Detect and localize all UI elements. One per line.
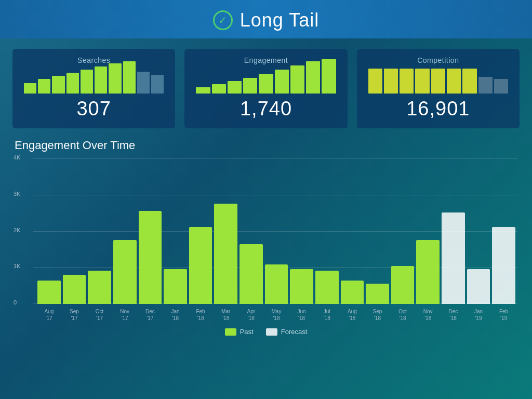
chart-bar-past <box>366 284 389 304</box>
page-title: Long Tail <box>240 9 319 31</box>
legend-forecast: Forecast <box>266 328 308 336</box>
x-axis-label: Nov'18 <box>416 308 440 322</box>
bar-group <box>88 158 111 304</box>
mini-bar <box>400 69 414 94</box>
mini-bar <box>322 59 336 94</box>
x-axis-label: Sep'17 <box>63 308 86 322</box>
card-competition-value: 16,901 <box>366 98 510 120</box>
bar-group <box>240 158 263 304</box>
x-axis-label: Aug'17 <box>37 308 61 322</box>
bar-group <box>139 158 162 304</box>
y-axis-label: 3K <box>14 191 20 197</box>
mini-bar <box>66 73 79 94</box>
x-axis-label: Feb'18 <box>189 308 212 322</box>
card-competition-title: Competition <box>366 56 510 64</box>
bars-container <box>37 158 515 304</box>
chart-bar-forecast <box>442 212 465 304</box>
bar-group <box>37 158 61 304</box>
x-axis-label: May'18 <box>265 308 288 322</box>
chart-bar-past <box>113 240 137 304</box>
y-axis-label: 1K <box>14 263 20 269</box>
bar-group <box>189 158 212 304</box>
mini-bar <box>368 69 382 94</box>
check-icon: ✓ <box>213 10 233 30</box>
card-competition: Competition16,901 <box>357 49 520 128</box>
mini-bar <box>431 69 445 94</box>
card-competition-minibars <box>366 69 510 94</box>
mini-bar <box>306 61 320 94</box>
chart-bar-past <box>189 227 212 304</box>
card-engagement-value: 1,740 <box>194 98 338 120</box>
x-axis-label: Jul'18 <box>315 308 339 322</box>
bar-group <box>214 158 237 304</box>
chart-bar-past <box>341 281 364 304</box>
bar-group <box>265 158 288 304</box>
mini-bar <box>447 69 461 94</box>
y-axis-label: 4K <box>14 154 20 161</box>
card-searches-minibars <box>22 69 166 94</box>
mini-bar <box>81 70 93 94</box>
mini-bar <box>415 69 429 94</box>
past-label: Past <box>240 328 254 336</box>
x-axis-label: Dec'17 <box>139 308 162 322</box>
bar-group <box>341 158 364 304</box>
mini-bar <box>24 83 36 94</box>
bar-group <box>391 158 415 304</box>
mini-bar <box>109 63 121 94</box>
chart-bar-past <box>139 211 162 304</box>
mini-bar <box>151 75 164 94</box>
chart-bar-past <box>240 244 263 304</box>
card-searches-value: 307 <box>22 98 166 120</box>
chart-bar-past <box>315 271 339 304</box>
chart-bar-past <box>88 271 111 304</box>
chart-bar-past <box>164 269 187 304</box>
chart-bar-past <box>37 281 61 304</box>
mini-bar <box>259 74 273 94</box>
forecast-label: Forecast <box>281 328 308 336</box>
legend-past: Past <box>225 328 254 336</box>
bar-group <box>442 158 465 304</box>
x-axis-label: Feb'19 <box>492 308 515 322</box>
card-engagement: Engagement1,740 <box>184 49 347 128</box>
chart-section: Engagement Over Time 4K3K2K1K0 Aug'17Sep… <box>0 134 532 336</box>
mini-bar <box>196 87 210 94</box>
forecast-swatch <box>266 328 277 336</box>
mini-bar <box>384 69 398 94</box>
cards-row: Searches307Engagement1,740Competition16,… <box>0 38 532 134</box>
chart-bar-past <box>214 204 237 304</box>
header: ✓ Long Tail <box>0 0 532 38</box>
x-axis-label: Apr'18 <box>240 308 263 322</box>
y-axis-label: 2K <box>14 227 20 233</box>
x-axis-label: Jun'18 <box>290 308 313 322</box>
card-engagement-minibars <box>194 69 338 94</box>
legend: Past Forecast <box>15 328 517 336</box>
y-axis-label: 0 <box>14 299 17 305</box>
mini-bar <box>478 77 493 94</box>
bar-group <box>467 158 490 304</box>
chart-title: Engagement Over Time <box>15 139 517 152</box>
bar-group <box>492 158 515 304</box>
x-labels: Aug'17Sep'17Oct'17Nov'17Dec'17Jan'18Feb'… <box>37 305 515 325</box>
chart-bar-past <box>63 275 86 304</box>
x-axis-label: Jan'19 <box>467 308 490 322</box>
mini-bar <box>228 81 242 94</box>
chart-bar-forecast <box>467 269 490 304</box>
x-axis-label: Aug'18 <box>341 308 364 322</box>
bar-group <box>164 158 187 304</box>
mini-bar <box>212 84 226 94</box>
x-axis-label: Nov'17 <box>113 308 137 322</box>
chart-bar-past <box>416 240 440 304</box>
mini-bar <box>95 66 107 94</box>
card-searches: Searches307 <box>12 49 175 128</box>
chart-bar-forecast <box>492 227 515 304</box>
mini-bar <box>123 61 136 94</box>
chart-bar-past <box>391 266 415 304</box>
mini-bar <box>52 76 64 94</box>
bar-group <box>366 158 389 304</box>
x-axis-label: Oct'18 <box>391 308 415 322</box>
card-searches-title: Searches <box>22 56 166 64</box>
x-axis-label: Mar'18 <box>214 308 237 322</box>
chart-bar-past <box>290 269 313 304</box>
mini-bar <box>38 79 50 94</box>
mini-bar <box>137 72 150 94</box>
